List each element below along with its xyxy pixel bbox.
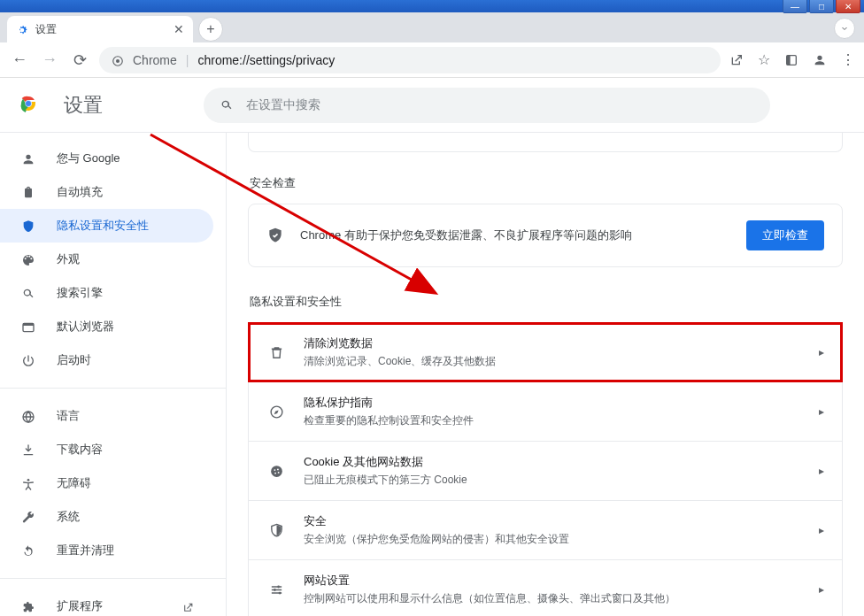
sidebar-item-label: 重置并清理 xyxy=(57,543,114,558)
reload-button[interactable]: ⟳ xyxy=(69,50,90,70)
gear-icon xyxy=(16,22,28,36)
sidebar-item[interactable]: 系统 xyxy=(0,500,213,534)
safety-check-button[interactable]: 立即检查 xyxy=(746,220,824,250)
sidebar-item-label: 扩展程序 xyxy=(57,598,103,614)
previous-card-bottom xyxy=(248,133,843,152)
globe-icon xyxy=(19,408,37,424)
sidebar-item-label: 默认浏览器 xyxy=(57,319,114,335)
safety-check-card: Chrome 有助于保护您免受数据泄露、不良扩展程序等问题的影响 立即检查 xyxy=(248,204,843,267)
cookie-icon xyxy=(266,462,286,480)
wrench-icon xyxy=(19,509,37,525)
sidebar-item[interactable]: 默认浏览器 xyxy=(0,310,213,343)
tab-list-button[interactable] xyxy=(834,18,855,39)
row-title: Cookie 及其他网站数据 xyxy=(304,454,801,470)
url-scheme-label: Chrome xyxy=(133,53,177,67)
power-icon xyxy=(19,352,37,368)
safety-check-text: Chrome 有助于保护您免受数据泄露、不良扩展程序等问题的影响 xyxy=(300,227,730,243)
sidebar-item[interactable]: 下载内容 xyxy=(0,433,213,466)
chevron-right-icon: ▸ xyxy=(819,405,824,418)
row-subtitle: 清除浏览记录、Cookie、缓存及其他数据 xyxy=(304,354,801,369)
url-text: chrome://settings/privacy xyxy=(197,53,335,67)
safety-section-title: 安全检查 xyxy=(250,175,843,191)
content-area: 安全检查 Chrome 有助于保护您免受数据泄露、不良扩展程序等问题的影响 立即… xyxy=(227,133,864,616)
row-subtitle: 安全浏览（保护您免受危险网站的侵害）和其他安全设置 xyxy=(304,532,801,547)
sidebar-item[interactable]: 语言 xyxy=(0,399,213,433)
shield-icon xyxy=(19,218,37,234)
sidebar-item[interactable]: 重置并清理 xyxy=(0,534,213,567)
svg-rect-16 xyxy=(787,56,791,65)
sidebar-item[interactable]: 自动填充 xyxy=(0,175,213,209)
row-subtitle: 控制网站可以使用和显示什么信息（如位置信息、摄像头、弹出式窗口及其他） xyxy=(304,591,801,606)
forward-button[interactable]: → xyxy=(39,50,60,69)
sliders-icon xyxy=(266,581,286,598)
window-maximize-button[interactable]: □ xyxy=(809,0,834,13)
chevron-right-icon: ▸ xyxy=(819,465,824,477)
sidebar-item-label: 语言 xyxy=(57,408,80,424)
menu-icon[interactable]: ⋮ xyxy=(841,51,855,68)
search-placeholder: 在设置中搜索 xyxy=(246,97,320,113)
reset-icon xyxy=(19,543,37,558)
page-title: 设置 xyxy=(64,92,103,119)
compass-icon xyxy=(266,403,286,420)
chevron-right-icon: ▸ xyxy=(819,583,824,596)
sidebar-item-label: 您与 Google xyxy=(57,150,120,166)
url-box[interactable]: Chrome | chrome://settings/privacy xyxy=(99,47,721,73)
share-icon[interactable] xyxy=(729,52,744,68)
download-icon xyxy=(19,442,37,458)
new-tab-button[interactable]: + xyxy=(198,17,223,42)
sidebar-item[interactable]: 您与 Google xyxy=(0,142,213,175)
settings-row[interactable]: 网站设置控制网站可以使用和显示什么信息（如位置信息、摄像头、弹出式窗口及其他）▸ xyxy=(249,559,842,616)
settings-search-input[interactable]: 在设置中搜索 xyxy=(204,88,770,123)
bookmark-icon[interactable]: ☆ xyxy=(758,51,770,68)
back-button[interactable]: ← xyxy=(9,50,30,69)
address-bar: ← → ⟳ Chrome | chrome://settings/privacy… xyxy=(0,42,864,78)
sidebar-item[interactable]: 扩展程序 xyxy=(0,589,213,616)
window-close-button[interactable]: ✕ xyxy=(836,0,860,13)
sidebar-item[interactable]: 启动时 xyxy=(0,343,213,377)
clipboard-icon xyxy=(19,184,37,200)
windows-titlebar: — □ ✕ xyxy=(0,0,864,12)
shield-half-icon xyxy=(266,521,286,539)
palette-icon xyxy=(19,251,37,267)
sidebar-item-label: 系统 xyxy=(57,509,80,525)
settings-row[interactable]: 隐私保护指南检查重要的隐私控制设置和安全控件▸ xyxy=(249,381,842,441)
row-title: 网站设置 xyxy=(304,573,801,589)
page-header: 设置 在设置中搜索 xyxy=(0,78,864,133)
side-panel-icon[interactable] xyxy=(784,52,798,68)
settings-row[interactable]: Cookie 及其他网站数据已阻止无痕模式下的第三方 Cookie▸ xyxy=(249,441,842,500)
person-icon xyxy=(19,150,37,166)
shield-check-icon xyxy=(266,227,284,244)
sidebar-item-label: 自动填充 xyxy=(57,184,103,200)
profile-icon[interactable] xyxy=(813,52,827,68)
external-icon xyxy=(182,599,194,612)
sidebar-item-label: 搜索引擎 xyxy=(57,285,103,301)
sidebar: 您与 Google自动填充隐私设置和安全性外观搜索引擎默认浏览器启动时语言下载内… xyxy=(0,133,227,616)
sidebar-item[interactable]: 隐私设置和安全性 xyxy=(0,209,213,243)
sidebar-item[interactable]: 外观 xyxy=(0,243,213,276)
row-subtitle: 已阻止无痕模式下的第三方 Cookie xyxy=(304,473,801,488)
svg-point-14 xyxy=(116,59,120,63)
tab-close-icon[interactable]: ✕ xyxy=(174,22,184,36)
sidebar-item-label: 外观 xyxy=(57,251,80,267)
sidebar-item[interactable]: 无障碍 xyxy=(0,466,213,500)
browser-tab[interactable]: 设置 ✕ xyxy=(7,16,193,42)
row-subtitle: 检查重要的隐私控制设置和安全控件 xyxy=(304,413,801,428)
sidebar-item[interactable]: 搜索引擎 xyxy=(0,276,213,310)
row-title: 清除浏览数据 xyxy=(304,335,801,351)
privacy-section-title: 隐私设置和安全性 xyxy=(250,294,843,310)
settings-row[interactable]: 清除浏览数据清除浏览记录、Cookie、缓存及其他数据▸ xyxy=(249,323,842,381)
row-title: 隐私保护指南 xyxy=(304,395,801,411)
sidebar-item-label: 下载内容 xyxy=(57,442,103,458)
row-title: 安全 xyxy=(304,513,801,529)
search-icon xyxy=(220,97,234,113)
puzzle-icon xyxy=(19,598,37,614)
window-minimize-button[interactable]: — xyxy=(783,0,807,13)
settings-row[interactable]: 安全安全浏览（保护您免受危险网站的侵害）和其他安全设置▸ xyxy=(249,500,842,559)
tab-strip: 设置 ✕ + xyxy=(0,12,864,42)
browser-icon xyxy=(19,319,37,335)
chevron-right-icon: ▸ xyxy=(819,346,824,358)
sidebar-item-label: 无障碍 xyxy=(57,475,91,491)
privacy-list-card: 清除浏览数据清除浏览记录、Cookie、缓存及其他数据▸隐私保护指南检查重要的隐… xyxy=(248,322,843,616)
sidebar-item-label: 启动时 xyxy=(57,352,91,368)
search-icon xyxy=(19,285,37,301)
